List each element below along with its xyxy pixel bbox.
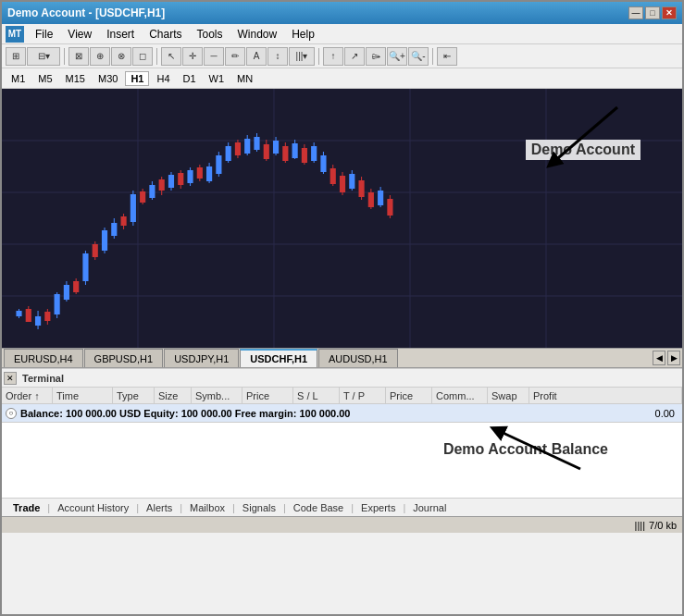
chart-tab-usdchf[interactable]: USDCHF,H1 [240, 349, 317, 367]
toolbar-indicator2[interactable]: ↗ [344, 47, 365, 66]
menu-help[interactable]: Help [284, 26, 322, 43]
toolbar-scroll-end[interactable]: ⇤ [437, 47, 457, 66]
menu-insert[interactable]: Insert [99, 26, 142, 43]
col-sl: S / L [293, 388, 340, 403]
chart-tab-eurusd[interactable]: EURUSD,H4 [4, 349, 83, 367]
menu-tools[interactable]: Tools [190, 26, 230, 43]
col-type: Type [113, 388, 155, 403]
svg-rect-14 [35, 316, 41, 326]
close-button[interactable]: ✕ [662, 6, 677, 19]
bottom-tab-alerts[interactable]: Alerts [139, 501, 180, 514]
bottom-tab-mailbox[interactable]: Mailbox [182, 501, 232, 514]
toolbar-open[interactable]: ⊟▾ [27, 47, 60, 66]
svg-rect-40 [159, 179, 165, 191]
toolbar-indicator3[interactable]: ⌲ [366, 47, 386, 66]
svg-rect-70 [302, 148, 307, 163]
tf-h4[interactable]: H4 [151, 71, 175, 86]
tf-h1[interactable]: H1 [125, 71, 149, 86]
menu-view[interactable]: View [60, 26, 99, 43]
balance-text: Balance: 100 000.00 USD Equity: 100 000.… [20, 408, 350, 419]
chart-tab-audusd[interactable]: AUDUSD,H1 [318, 349, 398, 367]
tab-scroll-left[interactable]: ◀ [653, 351, 665, 365]
svg-rect-42 [168, 175, 174, 188]
terminal-header: ✕ Terminal [2, 369, 682, 388]
bottom-tab-codebase[interactable]: Code Base [286, 501, 351, 514]
svg-rect-80 [349, 174, 354, 189]
svg-rect-82 [358, 180, 364, 197]
status-icons: |||| 7/0 kb [635, 520, 677, 531]
toolbar-group-5: ⇤ [437, 47, 457, 66]
toolbar-pencil[interactable]: ✏ [225, 47, 245, 66]
toolbar-group-3: ↖ ✛ ─ ✏ A ↕ |||▾ [161, 47, 315, 66]
toolbar-group-4: ↑ ↗ ⌲ 🔍+ 🔍- [323, 47, 429, 66]
toolbar-properties[interactable]: ◻ [132, 47, 153, 66]
col-comm: Comm... [432, 388, 488, 403]
balance-profit: 0.00 [655, 408, 675, 419]
tf-m1[interactable]: M1 [6, 71, 31, 86]
terminal-close-button[interactable]: ✕ [4, 372, 17, 385]
toolbar-chart-type[interactable]: ⊠ [68, 47, 89, 66]
svg-rect-10 [16, 311, 21, 316]
tf-w1[interactable]: W1 [204, 71, 230, 86]
svg-rect-52 [216, 155, 221, 174]
balance-icon: ○ [6, 408, 17, 419]
toolbar-crosshair[interactable]: ✛ [182, 47, 203, 66]
svg-rect-86 [378, 191, 383, 205]
svg-rect-36 [140, 191, 145, 203]
svg-rect-72 [311, 146, 317, 161]
toolbar-cursor[interactable]: ↖ [161, 47, 181, 66]
svg-rect-84 [368, 192, 374, 207]
bottom-tab-trade[interactable]: Trade [6, 501, 47, 514]
menu-charts[interactable]: Charts [142, 26, 189, 43]
toolbar-arrow[interactable]: ↕ [267, 47, 288, 66]
chart-tab-usdjpy[interactable]: USDJPY,H1 [164, 349, 239, 367]
col-swap: Swap [488, 388, 529, 403]
status-bar: |||| 7/0 kb [2, 516, 682, 533]
app-logo: MT [6, 26, 24, 43]
toolbar-zoom-in[interactable]: ⊕ [90, 47, 110, 66]
toolbar-line[interactable]: ─ [204, 47, 224, 66]
bottom-tab-journal[interactable]: Journal [405, 501, 454, 514]
svg-rect-32 [120, 216, 126, 226]
tf-m30[interactable]: M30 [93, 71, 123, 86]
tf-mn[interactable]: MN [231, 71, 258, 86]
minimize-button[interactable]: — [628, 6, 643, 19]
window-controls: — □ ✕ [628, 6, 677, 19]
svg-rect-26 [93, 244, 98, 257]
balance-row: ○ Balance: 100 000.00 USD Equity: 100 00… [2, 404, 682, 423]
svg-rect-18 [55, 294, 60, 314]
bottom-tab-signals[interactable]: Signals [235, 501, 283, 514]
toolbar-text[interactable]: A [246, 47, 267, 66]
menu-bar: MT File View Insert Charts Tools Window … [2, 24, 682, 44]
svg-rect-64 [273, 141, 279, 154]
chart-tabs: EURUSD,H4 GBPUSD,H1 USDJPY,H1 USDCHF,H1 … [2, 348, 682, 368]
svg-rect-28 [102, 230, 107, 251]
chart-area[interactable]: Demo Account [2, 89, 682, 348]
toolbar-sep-1 [64, 48, 65, 65]
tf-m5[interactable]: M5 [32, 71, 57, 86]
svg-rect-44 [178, 173, 183, 185]
status-wifi: |||| [635, 520, 645, 531]
toolbar-zoom-out[interactable]: ⊗ [111, 47, 131, 66]
toolbar-fib[interactable]: |||▾ [289, 47, 315, 66]
toolbar-zoom-chart2[interactable]: 🔍- [408, 47, 429, 66]
menu-window[interactable]: Window [230, 26, 285, 43]
toolbar-new-chart[interactable]: ⊞ [6, 47, 26, 66]
tab-scroll-right[interactable]: ▶ [667, 351, 680, 365]
svg-rect-54 [226, 146, 231, 161]
svg-rect-56 [235, 142, 241, 155]
timeframe-bar: M1 M5 M15 M30 H1 H4 D1 W1 MN [2, 68, 682, 89]
maximize-button[interactable]: □ [645, 6, 660, 19]
tf-m15[interactable]: M15 [60, 71, 91, 86]
toolbar-zoom-chart[interactable]: 🔍+ [387, 47, 407, 66]
chart-tab-gbpusd[interactable]: GBPUSD,H1 [84, 349, 164, 367]
menu-file[interactable]: File [28, 26, 60, 43]
bottom-tab-account-history[interactable]: Account History [50, 501, 136, 514]
tf-d1[interactable]: D1 [178, 71, 202, 86]
bottom-tab-experts[interactable]: Experts [354, 501, 403, 514]
toolbar-group-2: ⊠ ⊕ ⊗ ◻ [68, 47, 153, 66]
trade-columns: Order ↑ Time Type Size Symb... Price S /… [2, 388, 682, 404]
window-title: Demo Account - [USDCHF,H1] [7, 6, 165, 19]
toolbar-indicator1[interactable]: ↑ [323, 47, 343, 66]
col-price2: Price [386, 388, 432, 403]
